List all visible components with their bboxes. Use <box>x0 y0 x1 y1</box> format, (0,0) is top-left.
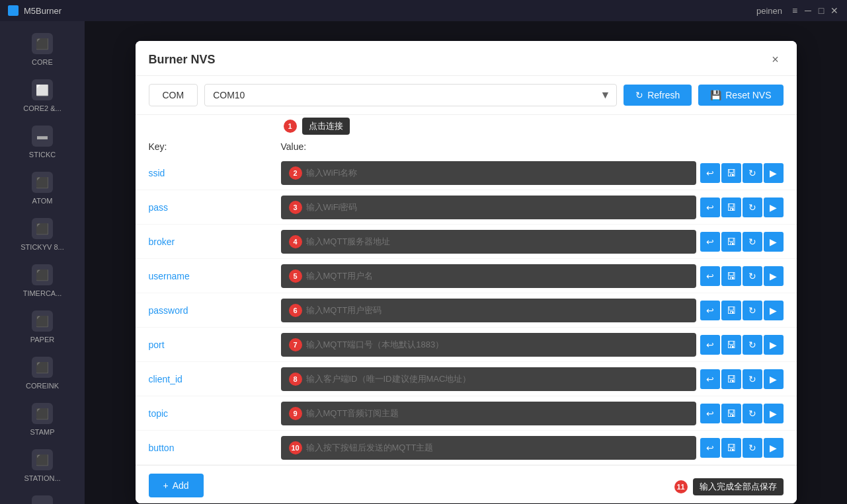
minimize-button[interactable]: ─ <box>803 6 813 15</box>
step-6-badge: 6 <box>289 304 302 317</box>
nvs-input-username[interactable] <box>306 271 688 281</box>
sidebar-label-paper: PAPER <box>30 336 54 343</box>
nvs-input-ssid[interactable] <box>306 168 688 178</box>
nvs-input-password[interactable] <box>306 305 688 315</box>
burner-nvs-modal: Burner NVS × COM COM10 ▼ ↻ Refresh 💾 Res… <box>136 41 797 503</box>
hamburger-icon[interactable]: ≡ <box>790 6 799 15</box>
refresh-button[interactable]: ↻ Refresh <box>624 85 692 106</box>
step-8-badge: 8 <box>289 373 302 386</box>
refresh-button-password[interactable]: ↻ <box>743 301 762 320</box>
undo-button-port[interactable]: ↩ <box>700 335 720 355</box>
undo-button-pass[interactable]: ↩ <box>700 198 720 217</box>
nvs-row-username: username 5 ↩ 🖫 ↻ ▶ <box>136 259 797 293</box>
nvs-input-wrapper-pass: 3 <box>281 196 696 219</box>
save-button-topic[interactable]: 🖫 <box>721 404 741 423</box>
refresh-button-pass[interactable]: ↻ <box>743 198 762 217</box>
sidebar-item-coreink[interactable]: ⬛ COREINK <box>0 350 85 396</box>
action-buttons-ssid: ↩ 🖫 ↻ ▶ <box>700 163 784 183</box>
send-button-broker[interactable]: ▶ <box>764 232 784 252</box>
reset-nvs-button[interactable]: 💾 Reset NVS <box>698 85 783 106</box>
nvs-input-wrapper-topic: 9 <box>281 402 696 425</box>
nvs-input-client_id[interactable] <box>306 374 688 384</box>
send-button-client_id[interactable]: ▶ <box>764 369 784 389</box>
refresh-button-broker[interactable]: ↻ <box>743 232 762 252</box>
station-icon: ⬛ <box>32 449 53 470</box>
undo-button-broker[interactable]: ↩ <box>700 232 720 252</box>
nvs-row-pass: pass 3 ↩ 🖫 ↻ ▶ <box>136 190 797 225</box>
sidebar-item-stickc[interactable]: ▬ STICKC <box>0 119 85 165</box>
table-header: Key: Value: <box>136 137 797 156</box>
nvs-input-topic[interactable] <box>306 408 688 418</box>
main-layout: ⬛ CORE ⬜ CORE2 &... ▬ STICKC ⬛ ATOM ⬛ ST… <box>0 21 847 504</box>
close-button[interactable]: ✕ <box>830 6 839 15</box>
undo-button-ssid[interactable]: ↩ <box>700 163 720 183</box>
nvs-value-area-broker: 4 ↩ 🖫 ↻ ▶ <box>281 230 784 254</box>
sidebar-label-station: STATION... <box>24 474 60 482</box>
save-button-username[interactable]: 🖫 <box>721 266 741 286</box>
sidebar-item-atom[interactable]: ⬛ ATOM <box>0 165 85 211</box>
send-button-button[interactable]: ▶ <box>764 438 784 458</box>
key-column-header: Key: <box>149 141 281 152</box>
save-button-client_id[interactable]: 🖫 <box>721 369 741 389</box>
action-buttons-topic: ↩ 🖫 ↻ ▶ <box>700 404 784 423</box>
sidebar-item-all[interactable]: ⋯ ALL <box>0 489 85 504</box>
refresh-button-port[interactable]: ↻ <box>743 335 762 355</box>
sidebar-item-paper[interactable]: ⬛ PAPER <box>0 304 85 350</box>
sidebar-item-core2[interactable]: ⬜ CORE2 &... <box>0 73 85 119</box>
value-column-header: Value: <box>281 141 784 152</box>
send-button-password[interactable]: ▶ <box>764 301 784 320</box>
undo-button-topic[interactable]: ↩ <box>700 404 720 423</box>
modal-header: Burner NVS × <box>136 41 797 76</box>
nvs-input-wrapper-username: 5 <box>281 264 696 288</box>
stickyv8-icon: ⬛ <box>32 218 53 239</box>
plus-icon: + <box>163 480 169 491</box>
core2-icon: ⬜ <box>32 79 53 100</box>
send-button-ssid[interactable]: ▶ <box>764 163 784 183</box>
sidebar-item-stickyv8[interactable]: ⬛ STICKYV 8... <box>0 211 85 258</box>
nvs-row-ssid: ssid 2 ↩ 🖫 ↻ ▶ <box>136 156 797 190</box>
user-label: peinen <box>756 6 782 16</box>
save-button-ssid[interactable]: 🖫 <box>721 163 741 183</box>
sidebar-item-core[interactable]: ⬛ CORE <box>0 26 85 73</box>
sidebar-item-stamp[interactable]: ⬛ STAMP <box>0 396 85 443</box>
undo-button-password[interactable]: ↩ <box>700 301 720 320</box>
save-button-broker[interactable]: 🖫 <box>721 232 741 252</box>
nvs-input-button[interactable] <box>306 443 688 452</box>
send-button-port[interactable]: ▶ <box>764 335 784 355</box>
sidebar-item-station[interactable]: ⬛ STATION... <box>0 443 85 489</box>
reset-icon: 💾 <box>710 90 721 100</box>
refresh-button-topic[interactable]: ↻ <box>743 404 762 423</box>
undo-button-button[interactable]: ↩ <box>700 438 720 458</box>
core-icon: ⬛ <box>32 33 53 54</box>
action-buttons-password: ↩ 🖫 ↻ ▶ <box>700 301 784 320</box>
undo-button-client_id[interactable]: ↩ <box>700 369 720 389</box>
nvs-input-broker[interactable] <box>306 236 688 246</box>
save-button-button[interactable]: 🖫 <box>721 438 741 458</box>
save-button-password[interactable]: 🖫 <box>721 301 741 320</box>
add-button[interactable]: + Add <box>149 474 204 497</box>
nvs-value-area-client_id: 8 ↩ 🖫 ↻ ▶ <box>281 367 784 391</box>
com-select[interactable]: COM10 <box>204 84 617 106</box>
nvs-value-area-pass: 3 ↩ 🖫 ↻ ▶ <box>281 196 784 219</box>
refresh-button-button[interactable]: ↻ <box>743 438 762 458</box>
nvs-row-client_id: client_id 8 ↩ 🖫 ↻ ▶ <box>136 362 797 396</box>
sidebar-item-timerca[interactable]: ⬛ TIMERCA... <box>0 258 85 304</box>
save-button-port[interactable]: 🖫 <box>721 335 741 355</box>
action-buttons-broker: ↩ 🖫 ↻ ▶ <box>700 232 784 252</box>
titlebar-right: peinen ≡ ─ □ ✕ <box>756 6 839 16</box>
modal-close-button[interactable]: × <box>768 52 784 67</box>
refresh-button-client_id[interactable]: ↻ <box>743 369 762 389</box>
maximize-button[interactable]: □ <box>817 6 826 15</box>
nvs-input-port[interactable] <box>306 340 688 349</box>
refresh-button-username[interactable]: ↻ <box>743 266 762 286</box>
nvs-input-pass[interactable] <box>306 202 688 212</box>
undo-button-username[interactable]: ↩ <box>700 266 720 286</box>
send-button-topic[interactable]: ▶ <box>764 404 784 423</box>
send-button-pass[interactable]: ▶ <box>764 198 784 217</box>
step-1-badge: 1 <box>284 120 297 133</box>
save-button-pass[interactable]: 🖫 <box>721 198 741 217</box>
nvs-input-wrapper-broker: 4 <box>281 230 696 254</box>
nvs-key-username: username <box>149 271 281 281</box>
send-button-username[interactable]: ▶ <box>764 266 784 286</box>
refresh-button-ssid[interactable]: ↻ <box>743 163 762 183</box>
